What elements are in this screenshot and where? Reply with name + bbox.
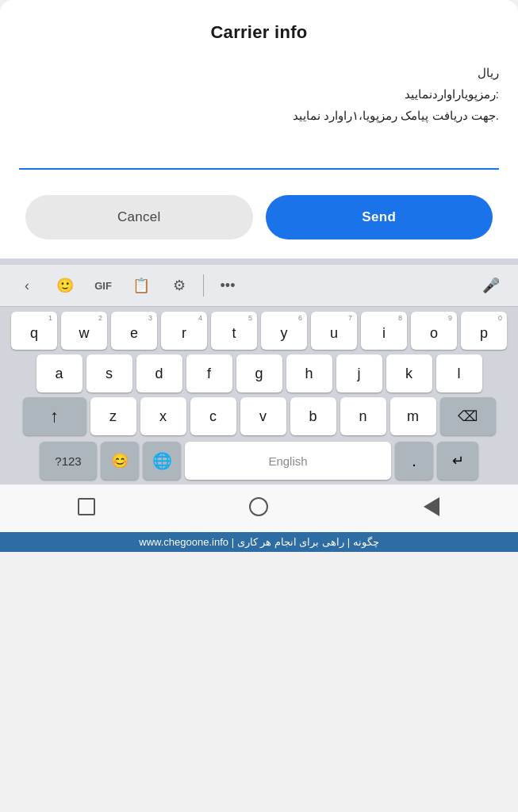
space-key[interactable]: English xyxy=(185,442,391,480)
key-a[interactable]: a xyxy=(36,354,82,393)
cancel-button[interactable]: Cancel xyxy=(25,195,253,239)
key-r[interactable]: 4r xyxy=(161,312,207,350)
carrier-input[interactable] xyxy=(19,145,499,170)
nav-back-button[interactable] xyxy=(417,492,446,521)
keyboard-area: ‹ 🙂 GIF 📋 ⚙ ••• 🎤 1q 2w 3e 4r 5t 6y 7u 8… xyxy=(0,259,518,485)
send-button[interactable]: Send xyxy=(266,195,493,239)
key-z[interactable]: z xyxy=(90,397,136,435)
key-e[interactable]: 3e xyxy=(111,312,157,350)
dialog-body-line3: .جهت دریافت پیامک رمزپویا،۱راوارد نمایید xyxy=(19,105,499,126)
shift-key[interactable]: ↑ xyxy=(23,397,86,435)
more-icon[interactable]: ••• xyxy=(210,270,245,301)
keyboard-bottom-row: ?123 😊 🌐 English . ↵ xyxy=(0,442,518,485)
dialog-title: Carrier info xyxy=(19,22,499,43)
key-y[interactable]: 6y xyxy=(261,312,307,350)
sticker-icon[interactable]: 🙂 xyxy=(48,270,82,301)
key-row-3: ↑ z x c v b n m ⌫ xyxy=(3,397,515,435)
emoji-key[interactable]: 😊 xyxy=(101,442,139,480)
nav-home-button[interactable] xyxy=(244,492,273,521)
dot-key[interactable]: . xyxy=(395,442,433,480)
key-t[interactable]: 5t xyxy=(211,312,257,350)
key-v[interactable]: v xyxy=(240,397,286,435)
nav-square-button[interactable] xyxy=(72,492,101,521)
key-g[interactable]: g xyxy=(236,354,282,393)
key-m[interactable]: m xyxy=(390,397,436,435)
lang-key[interactable]: 🌐 xyxy=(143,442,181,480)
dialog-body: ریال :رمزپویاراواردنمایید .جهت دریافت پی… xyxy=(19,62,499,126)
key-u[interactable]: 7u xyxy=(311,312,357,350)
nav-bar xyxy=(0,485,518,532)
backspace-key[interactable]: ⌫ xyxy=(440,397,496,435)
voice-icon[interactable]: 🎤 xyxy=(474,270,508,301)
toolbar-divider xyxy=(203,274,204,297)
key-p[interactable]: 0p xyxy=(461,312,507,350)
nav-square-icon xyxy=(78,498,95,515)
dialog-body-line2: :رمزپویاراواردنمایید xyxy=(19,83,499,105)
key-f[interactable]: f xyxy=(186,354,232,393)
settings-icon[interactable]: ⚙ xyxy=(162,270,197,301)
banner-text: www.chegoone.info | چگونه | راهی برای ان… xyxy=(139,536,378,548)
key-b[interactable]: b xyxy=(290,397,336,435)
bottom-banner: www.chegoone.info | چگونه | راهی برای ان… xyxy=(0,532,518,552)
key-o[interactable]: 9o xyxy=(411,312,457,350)
key-c[interactable]: c xyxy=(190,397,236,435)
key-n[interactable]: n xyxy=(340,397,386,435)
key-q[interactable]: 1q xyxy=(11,312,57,350)
nav-circle-icon xyxy=(249,497,268,516)
key-l[interactable]: l xyxy=(436,354,482,393)
key-s[interactable]: s xyxy=(86,354,132,393)
num-sym-key[interactable]: ?123 xyxy=(40,442,97,480)
dialog-container: Carrier info ریال :رمزپویاراواردنمایید .… xyxy=(0,0,518,259)
clipboard-icon[interactable]: 📋 xyxy=(124,270,159,301)
nav-triangle-icon xyxy=(424,497,439,516)
enter-key[interactable]: ↵ xyxy=(437,442,478,480)
key-w[interactable]: 2w xyxy=(61,312,107,350)
keyboard-rows: 1q 2w 3e 4r 5t 6y 7u 8i 9o 0p a s d f g … xyxy=(0,307,518,442)
key-row-1: 1q 2w 3e 4r 5t 6y 7u 8i 9o 0p xyxy=(3,312,515,350)
key-d[interactable]: d xyxy=(136,354,182,393)
key-x[interactable]: x xyxy=(140,397,186,435)
key-k[interactable]: k xyxy=(386,354,432,393)
key-i[interactable]: 8i xyxy=(361,312,407,350)
key-row-2: a s d f g h j k l xyxy=(3,354,515,393)
back-icon[interactable]: ‹ xyxy=(10,270,44,301)
dialog-body-line1: ریال xyxy=(19,62,499,83)
input-row xyxy=(19,145,499,170)
keyboard-toolbar: ‹ 🙂 GIF 📋 ⚙ ••• 🎤 xyxy=(0,265,518,307)
key-j[interactable]: j xyxy=(336,354,382,393)
key-h[interactable]: h xyxy=(286,354,332,393)
dialog-buttons: Cancel Send xyxy=(19,195,499,239)
gif-icon[interactable]: GIF xyxy=(86,270,121,301)
